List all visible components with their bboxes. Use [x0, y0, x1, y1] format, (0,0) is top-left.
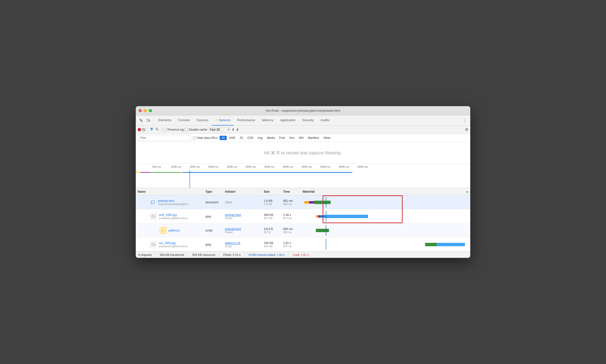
td-time-3: 566 ms 565 ms [281, 223, 301, 237]
td-size-2: 308 KB 307 KB [262, 209, 281, 223]
ruler-label-3500: 3500 ms [264, 165, 274, 168]
search-icon[interactable] [155, 127, 159, 132]
ruler-label-500: 500 ms [152, 165, 161, 168]
td-initiator-2: preload.html Parser [223, 209, 262, 223]
td-type-2: jpeg [204, 209, 223, 223]
td-name-gallery: JS gallery.js [136, 223, 204, 237]
th-type: Type [204, 190, 223, 193]
td-waterfall-1 [301, 195, 470, 209]
tab-sources[interactable]: Sources [193, 115, 212, 126]
row-name-main: cat_1600.jpg [159, 241, 189, 245]
svg-rect-0 [147, 119, 149, 122]
tab-audits[interactable]: Audits [317, 115, 333, 126]
filter-other[interactable]: Other [321, 136, 333, 140]
more-menu-icon[interactable]: ⋮ [461, 118, 468, 123]
tab-console[interactable]: Console [175, 115, 193, 126]
initiator-link-4[interactable]: gallery.js:18 [225, 241, 260, 245]
hide-data-urls-label[interactable]: Hide data URLs [193, 136, 218, 140]
hide-data-urls-checkbox[interactable] [193, 136, 196, 139]
tab-performance[interactable]: Performance [234, 115, 258, 126]
warning-icon: ⚠ [215, 118, 218, 122]
table-row[interactable]: wolf_1600.jpg yoavweiss.github.io/ima...… [136, 209, 470, 223]
file-icon-img-wolf [150, 213, 157, 220]
tab-elements[interactable]: Elements [155, 115, 175, 126]
filter-doc[interactable]: Doc [288, 136, 296, 140]
devtools-window: DevTools - responsive-preload.glitch.me/… [136, 106, 470, 258]
filter-css[interactable]: CSS [245, 136, 255, 140]
name-content: preload.html responsive-preload.glitch..… [158, 199, 190, 206]
td-size-1: 1.6 KB 1.5 KB [262, 195, 281, 209]
preserve-log-label[interactable]: Preserve log [163, 128, 184, 131]
tab-security[interactable]: Security [299, 115, 317, 126]
status-requests: 4 requests [138, 253, 152, 257]
th-initiator: Initiator [223, 190, 262, 193]
filter-media[interactable]: Media [265, 136, 277, 140]
table-row[interactable]: JS gallery.js script preload.html Parser… [136, 223, 470, 237]
status-divider-2 [188, 253, 188, 257]
filter-font[interactable]: Font [277, 136, 287, 140]
devtools-panel: Elements Console Sources ⚠ Network Perfo… [136, 115, 470, 258]
settings-icon[interactable]: ⚙ [465, 127, 468, 132]
initiator-link-2[interactable]: preload.html [225, 213, 260, 217]
filter-img[interactable]: Img [256, 136, 264, 140]
td-time-1: 991 ms 983 ms [281, 195, 301, 209]
throttle-select[interactable]: Fast 3G No throttling Slow 3G Offline [208, 127, 231, 132]
status-divider-5 [289, 253, 289, 257]
track-blue [183, 172, 353, 173]
tab-network[interactable]: ⚠ Network [212, 115, 234, 126]
initiator-link-3[interactable]: preload.html [225, 227, 260, 231]
filter-js[interactable]: JS [237, 136, 245, 140]
download-icon[interactable]: ⬇ [236, 128, 239, 131]
row-name-sub: yoavweiss.github.io/ima... [159, 217, 189, 220]
td-time-4: 1.62 s 567 ms [281, 237, 301, 251]
filter-bar: Hide data URLs All XHR JS CSS Img Media … [136, 134, 470, 142]
tab-memory[interactable]: Memory [259, 115, 277, 126]
sort-arrow-icon: ▲ [466, 190, 468, 193]
tab-application[interactable]: Application [277, 115, 299, 126]
filter-manifest[interactable]: Manifest [306, 136, 321, 140]
name-content: cat_1600.jpg yoavweiss.github.io/ima... [159, 241, 189, 248]
wbar-darkblue-2 [320, 215, 325, 218]
minimize-button[interactable] [144, 109, 147, 112]
wbar-green-1 [314, 201, 331, 204]
wbar-blue-2 [325, 215, 368, 218]
disable-cache-checkbox[interactable] [185, 128, 188, 131]
ruler-label-6000: 6000 ms [357, 165, 368, 168]
waterfall-container-3 [303, 225, 468, 236]
timeline-vmarker [190, 170, 190, 188]
th-size: Size [262, 190, 281, 193]
name-content: gallery.js [169, 229, 180, 232]
filter-xhr[interactable]: XHR [227, 136, 237, 140]
ruler-label-2000: 2000 ms [208, 165, 218, 168]
inspect-icon[interactable] [138, 117, 145, 124]
table-row[interactable]: </> preload.html responsive-preload.glit… [136, 195, 470, 209]
clear-button[interactable] [142, 128, 145, 131]
throttle-wrapper: Fast 3G No throttling Slow 3G Offline ▼ [208, 127, 231, 132]
status-divider-4 [245, 253, 245, 257]
filter-input[interactable] [138, 135, 191, 141]
svg-line-3 [143, 129, 145, 131]
status-resources: 503 KB resources [192, 253, 215, 257]
wbar-yellow-1 [304, 201, 309, 204]
svg-text:</>: </> [151, 202, 153, 203]
filmstrip-area: Hit ⌘ R to reload and capture filmstrip. [136, 142, 470, 164]
filter-icon[interactable] [150, 127, 154, 132]
table-row[interactable]: cat_1600.jpg yoavweiss.github.io/ima... … [136, 237, 470, 252]
svg-text:JS: JS [162, 230, 164, 232]
disable-cache-label[interactable]: Disable cache [185, 128, 207, 131]
device-icon[interactable] [145, 117, 152, 124]
td-name-preload: </> preload.html responsive-preload.glit… [136, 195, 204, 209]
close-button[interactable] [139, 109, 142, 112]
td-waterfall-3 [301, 223, 470, 237]
filmstrip-hint: Hit ⌘ R to reload and capture filmstrip. [264, 150, 342, 156]
ruler-labels: 500 ms 1000 ms 1500 ms 2000 ms 2500 ms 3… [136, 164, 470, 165]
row-name-sub: responsive-preload.glitch... [158, 203, 190, 206]
filter-all[interactable]: All [220, 136, 227, 140]
upload-icon[interactable]: ⬆ [232, 128, 235, 131]
filter-ws[interactable]: WS [297, 136, 305, 140]
toolbar-divider [153, 118, 153, 123]
preserve-log-checkbox[interactable] [163, 128, 167, 131]
maximize-button[interactable] [149, 109, 152, 112]
file-icon-js: JS [160, 227, 167, 234]
record-button[interactable] [138, 128, 141, 131]
